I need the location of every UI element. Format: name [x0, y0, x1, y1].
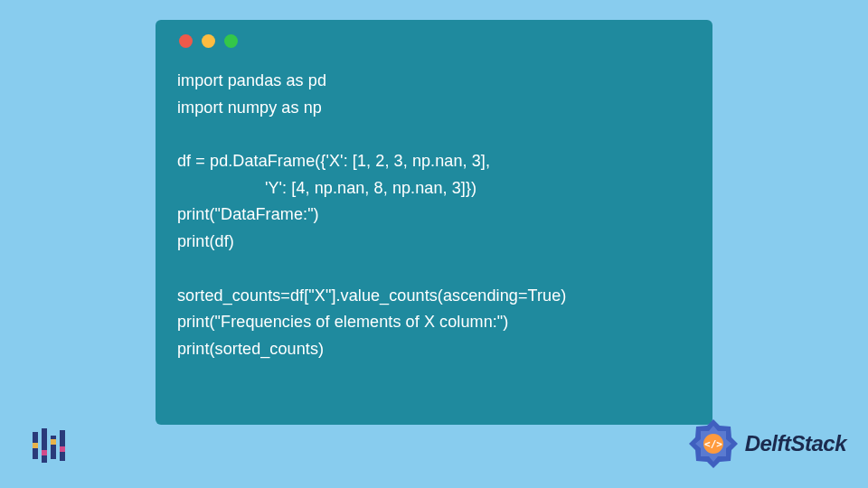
svg-rect-4 — [33, 443, 38, 448]
code-block: import pandas as pd import numpy as np d… — [177, 68, 691, 363]
svg-text:</>: </> — [704, 438, 722, 450]
code-window: import pandas as pd import numpy as np d… — [156, 20, 712, 425]
close-icon[interactable] — [179, 34, 193, 48]
window-controls — [179, 34, 691, 48]
svg-rect-2 — [51, 436, 56, 459]
svg-rect-5 — [42, 450, 47, 455]
svg-rect-3 — [60, 430, 65, 461]
svg-rect-6 — [51, 439, 56, 445]
brand-badge-icon: </> — [687, 418, 740, 470]
secondary-logo — [29, 427, 67, 465]
minimize-icon[interactable] — [202, 34, 215, 48]
svg-rect-7 — [60, 446, 65, 452]
brand-name: DelftStack — [745, 431, 846, 456]
maximize-icon[interactable] — [224, 34, 238, 48]
svg-rect-1 — [42, 428, 47, 463]
brand-logo: </> DelftStack — [687, 418, 846, 470]
